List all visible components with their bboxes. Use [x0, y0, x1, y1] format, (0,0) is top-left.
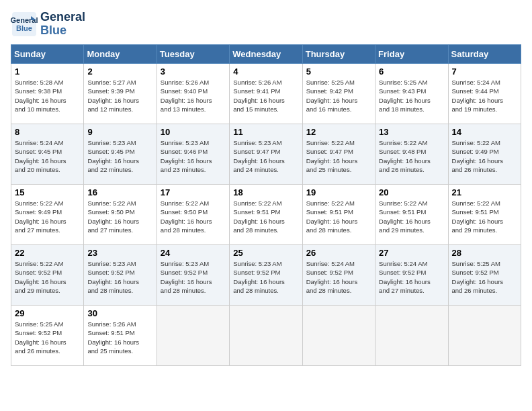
calendar-cell: 12Sunrise: 5:22 AM Sunset: 9:47 PM Dayli…	[302, 124, 375, 185]
calendar-cell: 10Sunrise: 5:23 AM Sunset: 9:46 PM Dayli…	[157, 124, 229, 185]
day-number: 14	[452, 127, 517, 137]
logo-icon: General Blue	[11, 11, 38, 38]
calendar-cell: 11Sunrise: 5:23 AM Sunset: 9:47 PM Dayli…	[230, 124, 302, 185]
day-number: 8	[15, 127, 80, 137]
day-info: Sunrise: 5:25 AM Sunset: 9:52 PM Dayligh…	[452, 259, 517, 295]
day-number: 11	[233, 127, 298, 137]
day-info: Sunrise: 5:22 AM Sunset: 9:49 PM Dayligh…	[452, 138, 517, 174]
day-info: Sunrise: 5:25 AM Sunset: 9:42 PM Dayligh…	[306, 78, 371, 113]
weekday-header-monday: Monday	[84, 45, 157, 64]
day-info: Sunrise: 5:22 AM Sunset: 9:51 PM Dayligh…	[306, 199, 371, 234]
calendar-week-row: 15Sunrise: 5:22 AM Sunset: 9:49 PM Dayli…	[11, 185, 521, 245]
calendar-cell: 1Sunrise: 5:28 AM Sunset: 9:38 PM Daylig…	[11, 64, 84, 124]
weekday-header-tuesday: Tuesday	[157, 45, 229, 64]
day-info: Sunrise: 5:23 AM Sunset: 9:45 PM Dayligh…	[87, 138, 152, 174]
weekday-header-row: SundayMondayTuesdayWednesdayThursdayFrid…	[11, 45, 521, 64]
calendar-cell: 13Sunrise: 5:22 AM Sunset: 9:48 PM Dayli…	[375, 124, 448, 185]
day-info: Sunrise: 5:22 AM Sunset: 9:51 PM Dayligh…	[379, 199, 444, 234]
day-info: Sunrise: 5:28 AM Sunset: 9:38 PM Dayligh…	[15, 78, 80, 113]
calendar-cell: 28Sunrise: 5:25 AM Sunset: 9:52 PM Dayli…	[448, 245, 521, 306]
day-number: 25	[233, 248, 298, 258]
day-info: Sunrise: 5:24 AM Sunset: 9:44 PM Dayligh…	[452, 78, 517, 113]
day-number: 13	[379, 127, 444, 137]
day-number: 22	[15, 248, 80, 258]
day-info: Sunrise: 5:26 AM Sunset: 9:51 PM Dayligh…	[87, 320, 152, 355]
calendar-cell: 19Sunrise: 5:22 AM Sunset: 9:51 PM Dayli…	[302, 185, 375, 245]
calendar-cell: 5Sunrise: 5:25 AM Sunset: 9:42 PM Daylig…	[302, 64, 375, 124]
calendar-cell: 15Sunrise: 5:22 AM Sunset: 9:49 PM Dayli…	[11, 185, 84, 245]
weekday-header-wednesday: Wednesday	[230, 45, 302, 64]
day-number: 27	[379, 248, 444, 258]
day-number: 10	[161, 127, 226, 137]
day-info: Sunrise: 5:25 AM Sunset: 9:43 PM Dayligh…	[379, 78, 444, 113]
day-info: Sunrise: 5:26 AM Sunset: 9:40 PM Dayligh…	[161, 78, 226, 113]
day-number: 7	[452, 66, 517, 77]
day-info: Sunrise: 5:22 AM Sunset: 9:48 PM Dayligh…	[379, 138, 444, 174]
day-number: 3	[161, 66, 226, 77]
day-number: 6	[379, 66, 444, 77]
header: General Blue General Blue	[11, 11, 521, 38]
logo-text-line2: Blue	[40, 24, 85, 38]
day-number: 1	[15, 66, 80, 77]
calendar-week-row: 1Sunrise: 5:28 AM Sunset: 9:38 PM Daylig…	[11, 64, 521, 124]
calendar-cell: 25Sunrise: 5:23 AM Sunset: 9:52 PM Dayli…	[230, 245, 302, 306]
day-number: 15	[15, 187, 80, 197]
day-number: 26	[306, 248, 371, 258]
day-info: Sunrise: 5:23 AM Sunset: 9:52 PM Dayligh…	[161, 259, 226, 295]
day-info: Sunrise: 5:27 AM Sunset: 9:39 PM Dayligh…	[87, 78, 152, 113]
calendar-cell: 7Sunrise: 5:24 AM Sunset: 9:44 PM Daylig…	[448, 64, 521, 124]
day-number: 23	[87, 248, 152, 258]
calendar-cell: 6Sunrise: 5:25 AM Sunset: 9:43 PM Daylig…	[375, 64, 448, 124]
day-info: Sunrise: 5:23 AM Sunset: 9:52 PM Dayligh…	[233, 259, 298, 295]
calendar-week-row: 22Sunrise: 5:22 AM Sunset: 9:52 PM Dayli…	[11, 245, 521, 306]
day-info: Sunrise: 5:24 AM Sunset: 9:52 PM Dayligh…	[306, 259, 371, 295]
day-number: 12	[306, 127, 371, 137]
calendar-week-row: 8Sunrise: 5:24 AM Sunset: 9:45 PM Daylig…	[11, 124, 521, 185]
calendar-cell	[230, 306, 302, 366]
logo-text-line1: General	[40, 11, 85, 24]
calendar-cell: 17Sunrise: 5:22 AM Sunset: 9:50 PM Dayli…	[157, 185, 229, 245]
weekday-header-saturday: Saturday	[448, 45, 521, 64]
weekday-header-friday: Friday	[375, 45, 448, 64]
day-number: 28	[452, 248, 517, 258]
day-number: 2	[87, 66, 152, 77]
weekday-header-thursday: Thursday	[302, 45, 375, 64]
calendar-week-row: 29Sunrise: 5:25 AM Sunset: 9:52 PM Dayli…	[11, 306, 521, 366]
calendar-cell: 24Sunrise: 5:23 AM Sunset: 9:52 PM Dayli…	[157, 245, 229, 306]
calendar-cell: 18Sunrise: 5:22 AM Sunset: 9:51 PM Dayli…	[230, 185, 302, 245]
calendar-cell: 8Sunrise: 5:24 AM Sunset: 9:45 PM Daylig…	[11, 124, 84, 185]
logo: General Blue General Blue	[11, 11, 85, 38]
day-info: Sunrise: 5:23 AM Sunset: 9:47 PM Dayligh…	[233, 138, 298, 174]
day-info: Sunrise: 5:22 AM Sunset: 9:47 PM Dayligh…	[306, 138, 371, 174]
calendar-cell: 9Sunrise: 5:23 AM Sunset: 9:45 PM Daylig…	[84, 124, 157, 185]
calendar-cell: 2Sunrise: 5:27 AM Sunset: 9:39 PM Daylig…	[84, 64, 157, 124]
day-info: Sunrise: 5:24 AM Sunset: 9:52 PM Dayligh…	[379, 259, 444, 295]
day-number: 20	[379, 187, 444, 197]
day-number: 4	[233, 66, 298, 77]
calendar-cell	[375, 306, 448, 366]
calendar-cell: 3Sunrise: 5:26 AM Sunset: 9:40 PM Daylig…	[157, 64, 229, 124]
calendar-cell: 20Sunrise: 5:22 AM Sunset: 9:51 PM Dayli…	[375, 185, 448, 245]
calendar-cell: 14Sunrise: 5:22 AM Sunset: 9:49 PM Dayli…	[448, 124, 521, 185]
svg-text:Blue: Blue	[16, 24, 32, 32]
day-info: Sunrise: 5:22 AM Sunset: 9:51 PM Dayligh…	[452, 199, 517, 234]
day-info: Sunrise: 5:25 AM Sunset: 9:52 PM Dayligh…	[15, 320, 80, 355]
calendar-cell: 22Sunrise: 5:22 AM Sunset: 9:52 PM Dayli…	[11, 245, 84, 306]
day-number: 9	[87, 127, 152, 137]
day-number: 17	[161, 187, 226, 197]
day-info: Sunrise: 5:22 AM Sunset: 9:51 PM Dayligh…	[233, 199, 298, 234]
day-number: 24	[161, 248, 226, 258]
day-info: Sunrise: 5:23 AM Sunset: 9:46 PM Dayligh…	[161, 138, 226, 174]
day-info: Sunrise: 5:22 AM Sunset: 9:50 PM Dayligh…	[87, 199, 152, 234]
calendar-cell	[157, 306, 229, 366]
calendar-cell: 30Sunrise: 5:26 AM Sunset: 9:51 PM Dayli…	[84, 306, 157, 366]
day-info: Sunrise: 5:22 AM Sunset: 9:50 PM Dayligh…	[161, 199, 226, 234]
day-info: Sunrise: 5:23 AM Sunset: 9:52 PM Dayligh…	[87, 259, 152, 295]
day-info: Sunrise: 5:22 AM Sunset: 9:49 PM Dayligh…	[15, 199, 80, 234]
day-info: Sunrise: 5:24 AM Sunset: 9:45 PM Dayligh…	[15, 138, 80, 174]
calendar-cell: 29Sunrise: 5:25 AM Sunset: 9:52 PM Dayli…	[11, 306, 84, 366]
day-number: 29	[15, 308, 80, 318]
calendar-cell: 4Sunrise: 5:26 AM Sunset: 9:41 PM Daylig…	[230, 64, 302, 124]
calendar-cell: 27Sunrise: 5:24 AM Sunset: 9:52 PM Dayli…	[375, 245, 448, 306]
calendar-cell: 26Sunrise: 5:24 AM Sunset: 9:52 PM Dayli…	[302, 245, 375, 306]
